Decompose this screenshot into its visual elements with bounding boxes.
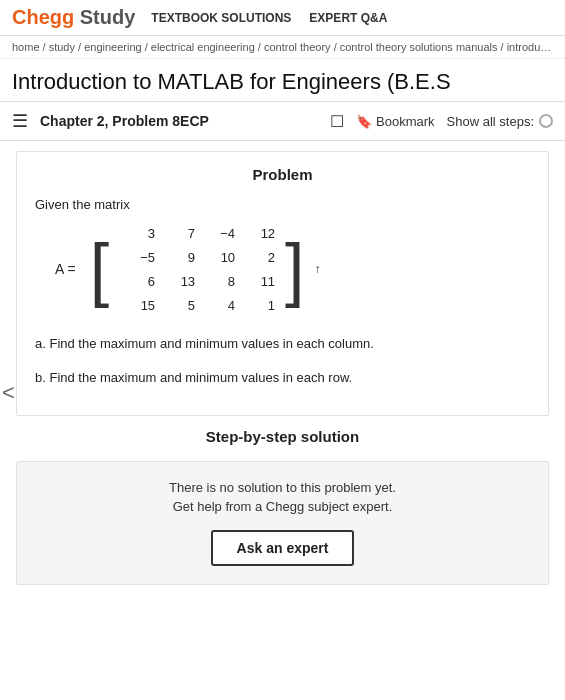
header: Chegg Study TEXTBOOK SOLUTIONS EXPERT Q&… bbox=[0, 0, 565, 36]
matrix-cell: 11 bbox=[239, 274, 275, 289]
solution-section: There is no solution to this problem yet… bbox=[16, 461, 549, 585]
matrix-cell: 1 bbox=[239, 298, 275, 313]
given-text: Given the matrix bbox=[35, 197, 530, 212]
matrix-cell: 8 bbox=[199, 274, 235, 289]
matrix-cell: 13 bbox=[159, 274, 195, 289]
matrix-cell: 3 bbox=[119, 226, 155, 241]
matrix-cell: −4 bbox=[199, 226, 235, 241]
matrix-bracket-left: [ bbox=[90, 234, 109, 304]
cursor-icon: ↑ bbox=[315, 262, 321, 276]
matrix-bracket-right: ] bbox=[285, 234, 304, 304]
show-all-steps: Show all steps: bbox=[447, 114, 553, 129]
chegg-wordmark: Chegg bbox=[12, 6, 74, 28]
hamburger-icon[interactable]: ☰ bbox=[12, 110, 28, 132]
matrix-section: A = [ 37−412−5910261381115541 ] ↑ bbox=[55, 222, 530, 316]
page-title-section: Introduction to MATLAB for Engineers (B.… bbox=[0, 59, 565, 102]
get-help-text: Get help from a Chegg subject expert. bbox=[35, 499, 530, 514]
bookmark-button[interactable]: 🔖 Bookmark bbox=[356, 114, 435, 129]
phone-icon[interactable]: ☐ bbox=[330, 112, 344, 131]
main-content: Problem < Given the matrix A = [ 37−412−… bbox=[0, 141, 565, 595]
left-arrow[interactable]: < bbox=[2, 380, 15, 406]
matrix-cell: 4 bbox=[199, 298, 235, 313]
matrix-label: A = bbox=[55, 261, 76, 277]
problem-section: Problem < Given the matrix A = [ 37−412−… bbox=[16, 151, 549, 416]
bookmark-icon: 🔖 bbox=[356, 114, 372, 129]
bookmark-label: Bookmark bbox=[376, 114, 435, 129]
breadcrumb-text: home / study / engineering / electrical … bbox=[12, 41, 565, 53]
chapter-label: Chapter 2, Problem 8ECP bbox=[40, 113, 318, 129]
nav-textbook-solutions[interactable]: TEXTBOOK SOLUTIONS bbox=[151, 11, 291, 25]
matrix-cell: 12 bbox=[239, 226, 275, 241]
solution-heading: Step-by-step solution bbox=[16, 428, 549, 445]
matrix-cell: 10 bbox=[199, 250, 235, 265]
nav-expert-qa[interactable]: EXPERT Q&A bbox=[309, 11, 387, 25]
matrix-cell: 15 bbox=[119, 298, 155, 313]
chapter-toolbar: ☰ Chapter 2, Problem 8ECP ☐ 🔖 Bookmark S… bbox=[0, 102, 565, 141]
ask-expert-button[interactable]: Ask an expert bbox=[211, 530, 355, 566]
no-solution-text: There is no solution to this problem yet… bbox=[35, 480, 530, 495]
matrix-cell: 6 bbox=[119, 274, 155, 289]
chegg-logo[interactable]: Chegg Study bbox=[12, 6, 135, 29]
problem-part-b: b. Find the maximum and minimum values i… bbox=[35, 368, 530, 388]
problem-heading: Problem bbox=[35, 166, 530, 183]
matrix-cell: 2 bbox=[239, 250, 275, 265]
matrix-cell: 9 bbox=[159, 250, 195, 265]
page-title: Introduction to MATLAB for Engineers (B.… bbox=[12, 69, 553, 95]
nav-links: TEXTBOOK SOLUTIONS EXPERT Q&A bbox=[151, 11, 387, 25]
matrix-cell: −5 bbox=[119, 250, 155, 265]
show-all-steps-radio[interactable] bbox=[539, 114, 553, 128]
show-all-steps-label: Show all steps: bbox=[447, 114, 534, 129]
matrix-cell: 5 bbox=[159, 298, 195, 313]
matrix-grid: 37−412−5910261381115541 bbox=[119, 222, 275, 316]
breadcrumb: home / study / engineering / electrical … bbox=[0, 36, 565, 59]
matrix-cell: 7 bbox=[159, 226, 195, 241]
chegg-study-label: Study bbox=[74, 6, 135, 28]
problem-part-a: a. Find the maximum and minimum values i… bbox=[35, 334, 530, 354]
